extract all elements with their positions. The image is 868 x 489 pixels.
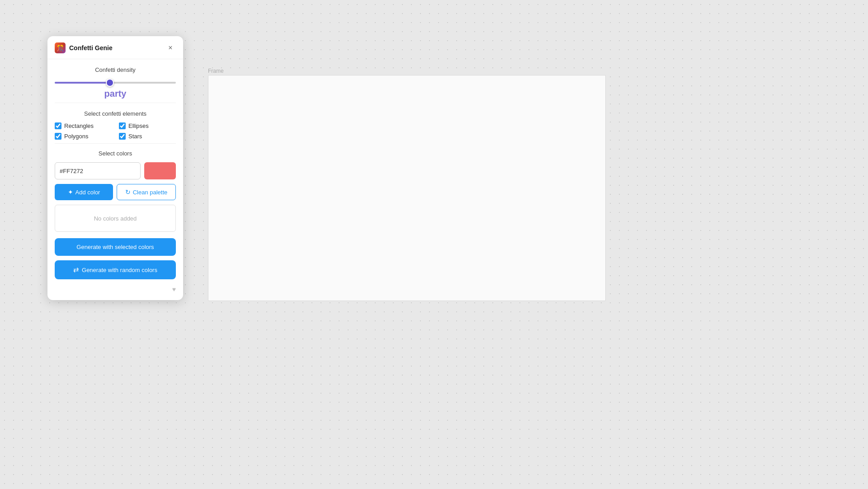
elements-label: Select confetti elements [55,110,176,117]
close-button[interactable]: × [165,42,176,53]
clean-palette-label: Clean palette [133,189,168,196]
add-color-icon: ✦ [68,188,73,196]
checkbox-polygons-input[interactable] [55,133,61,140]
panel-title: Confetti Genie [69,44,113,52]
checkbox-rectangles[interactable]: Rectangles [55,122,112,129]
checkbox-stars-input[interactable] [119,133,126,140]
color-input-row [55,162,176,179]
color-hex-input[interactable] [55,162,141,179]
colors-section: Select colors ✦ Add color ↻ Clean palett… [55,144,176,283]
panel-body: Confetti density party Select confetti e… [47,59,183,283]
colors-label: Select colors [55,150,176,157]
checkbox-stars[interactable]: Stars [119,133,176,140]
generate-selected-button[interactable]: Generate with selected colors [55,238,176,256]
generate-random-button[interactable]: ⇄ Generate with random colors [55,260,176,279]
checkbox-ellipses-input[interactable] [119,122,126,129]
checkbox-rectangles-input[interactable] [55,122,61,129]
app-icon: 🎊 [55,42,66,53]
slider-wrapper [55,79,176,87]
generate-selected-label: Generate with selected colors [76,244,154,250]
heart-icon: ♥ [47,283,183,293]
checkbox-rectangles-label: Rectangles [64,122,94,129]
elements-section: Select confetti elements Rectangles Elli… [55,103,176,144]
main-panel: 🎊 Confetti Genie × Confetti density part… [47,36,183,300]
frame-area: Frame [208,68,606,294]
elements-grid: Rectangles Ellipses Polygons Stars [55,122,176,140]
checkbox-polygons-label: Polygons [64,133,88,140]
generate-random-label: Generate with random colors [82,267,157,273]
panel-header-left: 🎊 Confetti Genie [55,42,113,53]
color-action-row: ✦ Add color ↻ Clean palette [55,184,176,200]
panel-header: 🎊 Confetti Genie × [47,36,183,59]
density-slider[interactable] [55,82,176,84]
checkbox-polygons[interactable]: Polygons [55,133,112,140]
checkbox-stars-label: Stars [128,133,142,140]
clean-palette-icon: ↻ [125,188,131,196]
add-color-label: Add color [75,189,100,196]
density-section: Confetti density party [55,59,176,103]
density-label: Confetti density [55,66,176,73]
shuffle-icon: ⇄ [73,266,79,274]
frame-label: Frame [208,68,606,74]
density-value: party [55,89,176,99]
add-color-button[interactable]: ✦ Add color [55,184,113,200]
color-swatch[interactable] [144,162,176,179]
checkbox-ellipses[interactable]: Ellipses [119,122,176,129]
no-colors-text: No colors added [94,215,137,222]
no-colors-box: No colors added [55,205,176,232]
frame-box [208,75,606,301]
checkbox-ellipses-label: Ellipses [128,122,149,129]
clean-palette-button[interactable]: ↻ Clean palette [117,184,176,200]
